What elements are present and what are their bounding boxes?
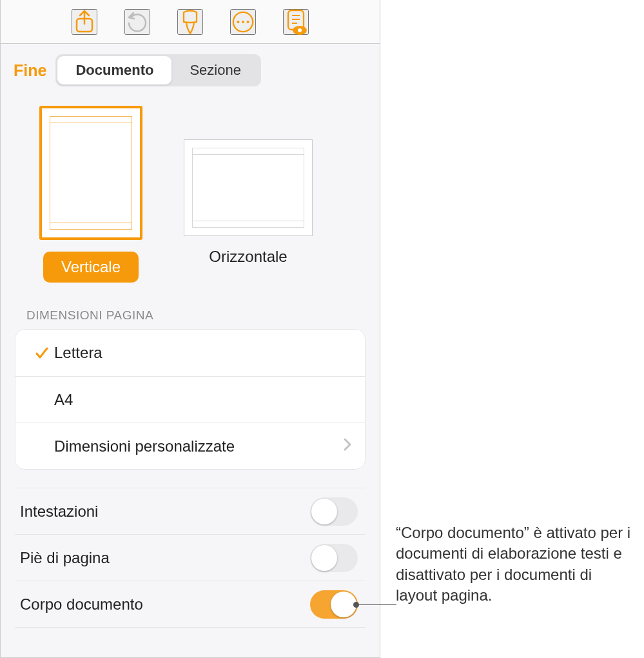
chevron-right-icon (343, 436, 352, 456)
svg-point-4 (246, 20, 249, 23)
undo-icon[interactable] (124, 9, 150, 35)
document-body-row: Corpo documento (15, 581, 366, 628)
page-size-label: A4 (54, 391, 352, 409)
share-icon[interactable] (72, 9, 97, 35)
portrait-thumb (39, 106, 142, 240)
svg-point-2 (237, 20, 239, 23)
document-view-icon[interactable] (283, 9, 309, 35)
callout-text: “Corpo documento” è attivato per i docum… (396, 523, 634, 606)
footers-toggle[interactable] (310, 544, 358, 572)
orientation-vertical-item[interactable]: Verticale (39, 106, 142, 283)
tab-document[interactable]: Documento (57, 56, 171, 85)
done-button[interactable]: Fine (14, 61, 46, 80)
headers-label: Intestazioni (20, 503, 310, 521)
svg-point-10 (298, 28, 302, 32)
document-body-toggle[interactable] (310, 590, 358, 619)
tab-segmented-control: Documento Sezione (55, 54, 261, 86)
checkmark-icon (30, 345, 54, 361)
document-settings-panel: Fine Documento Sezione Verticale Orizzon… (0, 0, 380, 658)
page-size-label: Lettera (54, 344, 352, 362)
orientation-picker: Verticale Orizzontale (1, 86, 380, 283)
page-size-label: Dimensioni personalizzate (54, 437, 343, 455)
more-icon[interactable] (230, 9, 256, 35)
callout-leader-line (356, 604, 396, 605)
headers-row: Intestazioni (15, 488, 366, 535)
landscape-thumb (184, 139, 313, 236)
orientation-horizontal-button[interactable]: Orizzontale (209, 248, 287, 266)
footers-row: Piè di pagina (15, 535, 366, 581)
page-size-list: Lettera A4 Dimensioni personalizzate (15, 329, 366, 470)
page-size-header: Dimensioni pagina (1, 283, 380, 329)
headers-toggle[interactable] (310, 497, 358, 526)
orientation-vertical-button[interactable]: Verticale (43, 252, 139, 283)
format-brush-icon[interactable] (177, 9, 203, 35)
orientation-horizontal-item[interactable]: Orizzontale (184, 106, 313, 283)
document-body-label: Corpo documento (20, 595, 310, 613)
tab-section[interactable]: Sezione (171, 56, 259, 85)
toolbar (1, 0, 380, 44)
footers-label: Piè di pagina (20, 549, 310, 567)
toggle-list: Intestazioni Piè di pagina Corpo documen… (15, 488, 366, 628)
page-size-custom[interactable]: Dimensioni personalizzate (15, 423, 365, 469)
settings-header: Fine Documento Sezione (1, 44, 380, 86)
page-size-a4[interactable]: A4 (15, 376, 365, 423)
page-size-letter[interactable]: Lettera (15, 330, 365, 376)
svg-point-3 (242, 20, 244, 23)
